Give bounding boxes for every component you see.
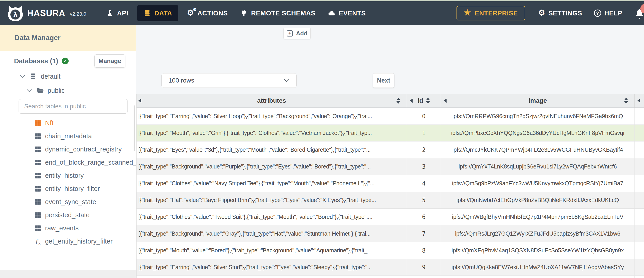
sidebar-table-item[interactable]: dynamic_contract_registry [0, 143, 136, 156]
check-circle-icon: ✓ [62, 58, 68, 64]
nav-item-actions[interactable]: ⚙⚙ ACTIONS [181, 1, 234, 25]
sort-icon[interactable] [624, 98, 628, 104]
sidebar-table-label: persisted_state [45, 211, 90, 219]
cell-id[interactable]: 3 [407, 158, 441, 175]
chevron-down-icon [284, 79, 290, 82]
enterprise-button[interactable]: ★ ENTERPRISE [456, 6, 525, 20]
cell-image[interactable]: ipfs://QmYxT4LnK8sqLupjbS6eRvu1si7Ly2wFQ… [441, 158, 635, 175]
table-row[interactable]: [{"trait_type":"Earring","value":"Silver… [136, 108, 644, 125]
sidebar-table-item[interactable]: entity_history [0, 169, 136, 182]
column-header-attributes[interactable]: attributes [136, 94, 407, 107]
tree-node-schema[interactable]: public [26, 84, 65, 97]
sidebar-table-item[interactable]: persisted_state [0, 208, 136, 222]
sort-icon[interactable] [426, 98, 430, 104]
table-row[interactable]: [{"trait_type":"Clothes","value":"Tweed … [136, 209, 644, 225]
sidebar-table-label: Nft [45, 119, 54, 127]
cell-attributes[interactable]: [{"trait_type":"Clothes","value":"Navy S… [136, 175, 407, 192]
cell-image[interactable]: ipfs://QmSg9bPzW9anFYc3wWU5KnvymwkxQTpmq… [441, 175, 635, 192]
cell-id[interactable]: 0 [407, 108, 441, 124]
sort-icon[interactable] [396, 98, 400, 104]
table-row[interactable]: [{"trait_type":"Clothes","value":"Navy S… [136, 175, 644, 192]
manage-button[interactable]: Manage [94, 54, 125, 68]
sidebar-table-label: chain_metadata [45, 132, 92, 140]
sidebar-table-item[interactable]: event_sync_state [0, 195, 136, 208]
sidebar-scrollbar[interactable] [134, 105, 135, 151]
settings-button[interactable]: ⚙ SETTINGS [538, 9, 582, 17]
cell-extra [635, 142, 644, 158]
notifications-button[interactable]: 8 [634, 7, 644, 19]
rows-per-page-select[interactable]: 100 rows [162, 73, 297, 88]
cell-attributes[interactable]: [{"trait_type":"Mouth","value":"Grin"},{… [136, 125, 407, 141]
cell-extra [635, 225, 644, 242]
cell-id[interactable]: 9 [407, 259, 441, 275]
collapse-column-icon[interactable] [638, 99, 640, 103]
cell-image[interactable]: ipfs://QmNwbd7ctEhGpVkP8nZvBBQfiNeFKRdxf… [441, 192, 635, 208]
cell-id[interactable]: 7 [407, 225, 441, 242]
enterprise-label: ENTERPRISE [474, 10, 518, 17]
cell-extra [635, 192, 644, 208]
cell-id[interactable]: 8 [407, 242, 441, 259]
cell-attributes[interactable]: [{"trait_type":"Background","value":"Gra… [136, 225, 407, 242]
table-row[interactable]: [{"trait_type":"Earring","value":"Silver… [136, 259, 644, 276]
column-header-id[interactable]: id [407, 94, 441, 107]
table-icon [34, 146, 42, 152]
hasura-logo-icon[interactable]: λ [7, 5, 24, 22]
cell-image[interactable]: ipfs://QmRRPWG96cmgTn2qSzjwr2qvfNEuhunv6… [441, 108, 635, 124]
table-row[interactable]: [{"trait_type":"Mouth","value":"Grin"},{… [136, 125, 644, 142]
cell-id[interactable]: 4 [407, 175, 441, 192]
nav-item-api[interactable]: API [100, 1, 134, 25]
help-button[interactable]: ? HELP [594, 10, 622, 17]
cell-image[interactable]: ipfs://QmWBgfBhyVmHNhBfEQ7p1P4Mpn7pm5b8K… [441, 209, 635, 225]
collapse-column-icon[interactable] [138, 99, 141, 103]
chevron-down-icon [26, 89, 32, 92]
sidebar-function-item[interactable]: ƒx get_entity_history_filter [0, 235, 136, 248]
settings-label: SETTINGS [548, 10, 582, 17]
cell-attributes[interactable]: [{"trait_type":"Hat","value":"Bayc Flipp… [136, 192, 407, 208]
nav-item-events[interactable]: EVENTS [322, 1, 372, 25]
sidebar-table-item[interactable]: end_of_block_range_scanned_data [0, 156, 136, 169]
database-icon [30, 73, 37, 80]
column-header-image[interactable]: image [441, 94, 635, 107]
table-row[interactable]: [{"trait_type":"Background","value":"Gra… [136, 225, 644, 242]
search-tables-input[interactable] [18, 99, 128, 114]
cell-id[interactable]: 6 [407, 209, 441, 225]
table-row[interactable]: [{"trait_type":"Background","value":"Pur… [136, 158, 644, 175]
data-grid: attributes id image [{"trait_t [136, 94, 644, 278]
table-row[interactable]: [{"trait_type":"Mouth","value":"Bored"},… [136, 242, 644, 259]
next-page-button[interactable]: Next [373, 73, 394, 88]
column-header-clipped[interactable] [635, 94, 644, 107]
cell-attributes[interactable]: [{"trait_type":"Earring","value":"Silver… [136, 259, 407, 275]
cell-attributes[interactable]: [{"trait_type":"Eyes","value":"3d"},{"tr… [136, 142, 407, 158]
table-row[interactable]: [{"trait_type":"Eyes","value":"3d"},{"tr… [136, 142, 644, 158]
sidebar-table-item[interactable]: chain_metadata [0, 129, 136, 143]
collapse-column-icon[interactable] [410, 99, 412, 103]
gear-icon: ⚙ [538, 9, 545, 17]
cell-image[interactable]: ipfs://QmcJYkCKK7QPmYWjp4FD2e3Lv5WCGFuHN… [441, 142, 635, 158]
cell-attributes[interactable]: [{"trait_type":"Earring","value":"Silver… [136, 108, 407, 124]
cell-id[interactable]: 2 [407, 142, 441, 158]
collapse-column-icon[interactable] [444, 99, 446, 103]
cell-id[interactable]: 1 [407, 125, 441, 141]
sidebar-table-item[interactable]: Nft [0, 116, 136, 129]
nav-item-data[interactable]: DATA [137, 5, 178, 21]
cell-attributes[interactable]: [{"trait_type":"Mouth","value":"Bored"},… [136, 242, 407, 259]
cell-image[interactable]: ipfs://QmXEqPbvM4aq1SQSXN8DSuEcSo5SseYW1… [441, 242, 635, 259]
sidebar-table-item[interactable]: raw_events [0, 222, 136, 235]
cell-id[interactable]: 5 [407, 192, 441, 208]
star-icon: ★ [464, 8, 471, 17]
cell-attributes[interactable]: [{"trait_type":"Clothes","value":"Tweed … [136, 209, 407, 225]
add-row-button[interactable]: + Add [284, 28, 311, 39]
cell-image[interactable]: ipfs://QmPbxeGcXhYQQNgsC6a36dDyYUcHgMLnG… [441, 125, 635, 141]
version-label: v2.23.0 [70, 11, 86, 17]
table-row[interactable]: [{"trait_type":"Hat","value":"Bayc Flipp… [136, 192, 644, 209]
cell-image[interactable]: ipfs://QmUQgKka8EW7exiUHnMwZ4UoXA11wV7NF… [441, 259, 635, 275]
cell-attributes[interactable]: [{"trait_type":"Background","value":"Pur… [136, 158, 407, 175]
sidebar-table-item[interactable]: entity_history_filter [0, 182, 136, 195]
sql-section-label[interactable]: SQL [22, 277, 36, 278]
table-icon [34, 120, 42, 126]
table-icon [34, 225, 42, 231]
cell-image[interactable]: ipfs://QmRsJLrg27GQ1ZWyrXZFuJFdU5bapfzsy… [441, 225, 635, 242]
nav-item-remote-schemas[interactable]: REMOTE SCHEMAS [234, 1, 322, 25]
nav-item-label: API [117, 10, 128, 17]
tree-node-database[interactable]: default [20, 70, 60, 83]
